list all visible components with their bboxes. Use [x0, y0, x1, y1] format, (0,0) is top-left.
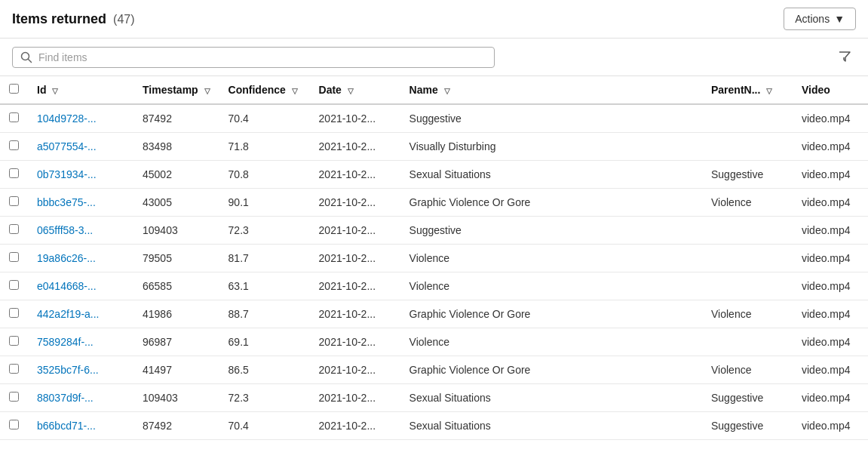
row-id-link[interactable]: 88037d9f-...	[37, 392, 94, 404]
row-checkbox[interactable]	[9, 252, 19, 262]
row-timestamp-cell: 41986	[133, 300, 219, 328]
data-table-container: Id ▽ Timestamp ▽ Confidence ▽ Date ▽ Nam…	[0, 76, 868, 440]
col-header-video: Video	[793, 76, 868, 104]
col-header-timestamp[interactable]: Timestamp ▽	[133, 76, 219, 104]
row-id-cell: 7589284f-...	[28, 328, 133, 356]
row-timestamp-cell: 79505	[133, 245, 219, 272]
row-checkbox-cell	[0, 328, 28, 356]
row-timestamp-cell: 109403	[133, 384, 219, 412]
row-id-link[interactable]: 3525bc7f-6...	[37, 364, 99, 376]
col-header-date[interactable]: Date ▽	[310, 76, 400, 104]
row-confidence-cell: 71.8	[219, 133, 310, 161]
row-confidence-cell: 81.7	[219, 245, 310, 272]
row-id-link[interactable]: bbbc3e75-...	[37, 196, 96, 208]
row-name-cell: Suggestive	[400, 104, 702, 133]
row-id-cell: 065fff58-3...	[28, 217, 133, 245]
row-id-cell: 104d9728-...	[28, 104, 133, 133]
col-header-confidence[interactable]: Confidence ▽	[219, 76, 310, 104]
row-name-cell: Graphic Violence Or Gore	[400, 300, 702, 328]
col-date-label: Date	[319, 84, 342, 96]
row-parentn-cell: Suggestive	[702, 161, 793, 189]
row-id-link[interactable]: b66bcd71-...	[37, 420, 96, 432]
row-checkbox[interactable]	[9, 224, 19, 234]
row-id-cell: 88037d9f-...	[28, 384, 133, 412]
row-checkbox[interactable]	[9, 140, 19, 150]
row-video-cell: video.mp4	[793, 300, 868, 328]
col-name-label: Name	[409, 84, 438, 96]
search-input[interactable]	[38, 51, 486, 63]
col-name-sort-icon: ▽	[444, 87, 450, 95]
col-date-sort-icon: ▽	[348, 87, 354, 95]
select-all-checkbox[interactable]	[9, 84, 19, 94]
row-checkbox[interactable]	[9, 364, 19, 374]
table-row: 19a86c26-... 79505 81.7 2021-10-2... Vio…	[0, 245, 868, 272]
table-row: 104d9728-... 87492 70.4 2021-10-2... Sug…	[0, 104, 868, 133]
row-checkbox[interactable]	[9, 280, 19, 290]
row-date-cell: 2021-10-2...	[310, 412, 400, 440]
row-name-cell: Graphic Violence Or Gore	[400, 356, 702, 384]
row-date-cell: 2021-10-2...	[310, 328, 400, 356]
row-checkbox[interactable]	[9, 308, 19, 318]
row-timestamp-cell: 83498	[133, 133, 219, 161]
row-id-link[interactable]: 065fff58-3...	[37, 224, 93, 236]
row-id-cell: 0b731934-...	[28, 161, 133, 189]
row-checkbox[interactable]	[9, 168, 19, 178]
row-parentn-cell: Violence	[702, 300, 793, 328]
row-timestamp-cell: 96987	[133, 328, 219, 356]
row-id-link[interactable]: 0b731934-...	[37, 168, 97, 180]
row-timestamp-cell: 41497	[133, 356, 219, 384]
table-row: bbbc3e75-... 43005 90.1 2021-10-2... Gra…	[0, 189, 868, 217]
row-name-cell: Violence	[400, 245, 702, 272]
table-row: 065fff58-3... 109403 72.3 2021-10-2... S…	[0, 217, 868, 245]
row-parentn-cell	[702, 104, 793, 133]
select-all-col	[0, 76, 28, 104]
table-row: 88037d9f-... 109403 72.3 2021-10-2... Se…	[0, 384, 868, 412]
row-name-cell: Sexual Situations	[400, 412, 702, 440]
col-confidence-label: Confidence	[229, 84, 286, 96]
page-title: Items returned (47)	[12, 11, 135, 26]
row-checkbox-cell	[0, 161, 28, 189]
table-row: 3525bc7f-6... 41497 86.5 2021-10-2... Gr…	[0, 356, 868, 384]
row-checkbox-cell	[0, 356, 28, 384]
row-checkbox[interactable]	[9, 420, 19, 429]
chevron-down-icon: ▼	[834, 13, 845, 25]
col-header-id[interactable]: Id ▽	[28, 76, 133, 104]
row-timestamp-cell: 87492	[133, 104, 219, 133]
row-id-link[interactable]: 104d9728-...	[37, 112, 97, 125]
row-id-cell: e0414668-...	[28, 272, 133, 300]
row-parentn-cell	[702, 272, 793, 300]
row-date-cell: 2021-10-2...	[310, 356, 400, 384]
row-timestamp-cell: 87492	[133, 412, 219, 440]
filter-button[interactable]	[833, 45, 856, 69]
filter-icon	[838, 49, 851, 63]
row-id-link[interactable]: 442a2f19-a...	[37, 308, 100, 320]
row-id-link[interactable]: 7589284f-...	[37, 336, 94, 348]
row-checkbox[interactable]	[9, 112, 19, 122]
row-id-cell: b66bcd71-...	[28, 412, 133, 440]
col-header-parentn[interactable]: ParentN... ▽	[702, 76, 793, 104]
row-date-cell: 2021-10-2...	[310, 133, 400, 161]
row-checkbox[interactable]	[9, 392, 19, 402]
table-row: b66bcd71-... 87492 70.4 2021-10-2... Sex…	[0, 412, 868, 440]
row-confidence-cell: 70.4	[219, 412, 310, 440]
row-id-cell: 442a2f19-a...	[28, 300, 133, 328]
table-row: 0b731934-... 45002 70.8 2021-10-2... Sex…	[0, 161, 868, 189]
row-confidence-cell: 69.1	[219, 328, 310, 356]
row-confidence-cell: 63.1	[219, 272, 310, 300]
row-date-cell: 2021-10-2...	[310, 161, 400, 189]
row-video-cell: video.mp4	[793, 384, 868, 412]
row-video-cell: video.mp4	[793, 328, 868, 356]
row-video-cell: video.mp4	[793, 189, 868, 217]
col-header-name[interactable]: Name ▽	[400, 76, 702, 104]
row-id-link[interactable]: a5077554-...	[37, 140, 97, 152]
row-id-cell: 3525bc7f-6...	[28, 356, 133, 384]
actions-button[interactable]: Actions ▼	[784, 8, 856, 30]
row-video-cell: video.mp4	[793, 161, 868, 189]
row-checkbox[interactable]	[9, 196, 19, 206]
header-bar: Items returned (47) Actions ▼	[0, 0, 868, 38]
row-id-link[interactable]: e0414668-...	[37, 280, 97, 292]
row-id-link[interactable]: 19a86c26-...	[37, 252, 96, 264]
row-date-cell: 2021-10-2...	[310, 217, 400, 245]
row-checkbox[interactable]	[9, 336, 19, 346]
row-video-cell: video.mp4	[793, 217, 868, 245]
